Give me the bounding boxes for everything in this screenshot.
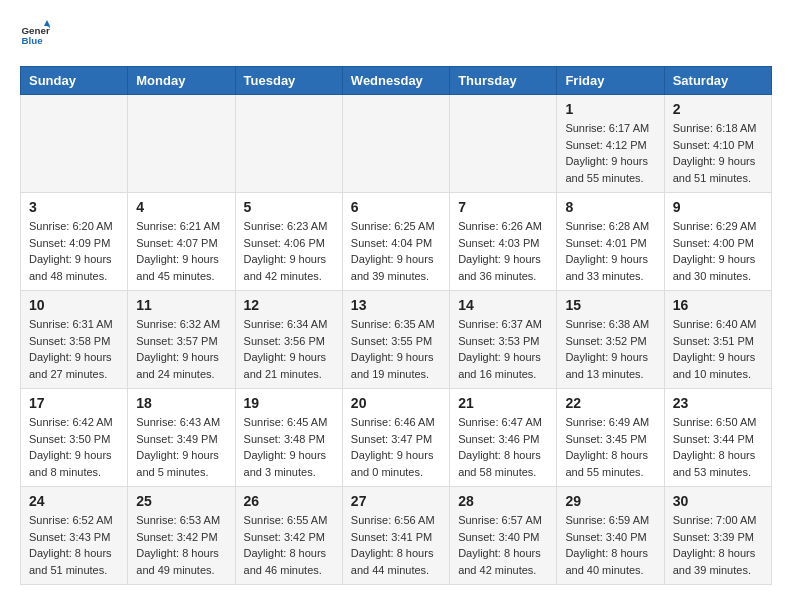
- day-info: Sunrise: 6:37 AMSunset: 3:53 PMDaylight:…: [458, 316, 548, 382]
- header-row: SundayMondayTuesdayWednesdayThursdayFrid…: [21, 67, 772, 95]
- calendar-cell: 16Sunrise: 6:40 AMSunset: 3:51 PMDayligh…: [664, 291, 771, 389]
- calendar-cell: 9Sunrise: 6:29 AMSunset: 4:00 PMDaylight…: [664, 193, 771, 291]
- calendar-header: SundayMondayTuesdayWednesdayThursdayFrid…: [21, 67, 772, 95]
- calendar-body: 1Sunrise: 6:17 AMSunset: 4:12 PMDaylight…: [21, 95, 772, 585]
- calendar-cell: 12Sunrise: 6:34 AMSunset: 3:56 PMDayligh…: [235, 291, 342, 389]
- day-info: Sunrise: 6:32 AMSunset: 3:57 PMDaylight:…: [136, 316, 226, 382]
- day-info: Sunrise: 6:55 AMSunset: 3:42 PMDaylight:…: [244, 512, 334, 578]
- week-row-2: 3Sunrise: 6:20 AMSunset: 4:09 PMDaylight…: [21, 193, 772, 291]
- calendar-table: SundayMondayTuesdayWednesdayThursdayFrid…: [20, 66, 772, 585]
- calendar-cell: 15Sunrise: 6:38 AMSunset: 3:52 PMDayligh…: [557, 291, 664, 389]
- day-info: Sunrise: 6:34 AMSunset: 3:56 PMDaylight:…: [244, 316, 334, 382]
- calendar-cell: 25Sunrise: 6:53 AMSunset: 3:42 PMDayligh…: [128, 487, 235, 585]
- day-number: 9: [673, 199, 763, 215]
- calendar-cell: 6Sunrise: 6:25 AMSunset: 4:04 PMDaylight…: [342, 193, 449, 291]
- calendar-cell: 26Sunrise: 6:55 AMSunset: 3:42 PMDayligh…: [235, 487, 342, 585]
- day-info: Sunrise: 6:21 AMSunset: 4:07 PMDaylight:…: [136, 218, 226, 284]
- day-number: 8: [565, 199, 655, 215]
- header-day-wednesday: Wednesday: [342, 67, 449, 95]
- header-day-monday: Monday: [128, 67, 235, 95]
- day-info: Sunrise: 6:17 AMSunset: 4:12 PMDaylight:…: [565, 120, 655, 186]
- svg-text:Blue: Blue: [22, 35, 44, 46]
- week-row-1: 1Sunrise: 6:17 AMSunset: 4:12 PMDaylight…: [21, 95, 772, 193]
- calendar-cell: 20Sunrise: 6:46 AMSunset: 3:47 PMDayligh…: [342, 389, 449, 487]
- calendar-cell: 8Sunrise: 6:28 AMSunset: 4:01 PMDaylight…: [557, 193, 664, 291]
- calendar-cell: 29Sunrise: 6:59 AMSunset: 3:40 PMDayligh…: [557, 487, 664, 585]
- calendar-cell: [342, 95, 449, 193]
- day-number: 12: [244, 297, 334, 313]
- calendar-cell: 28Sunrise: 6:57 AMSunset: 3:40 PMDayligh…: [450, 487, 557, 585]
- day-number: 1: [565, 101, 655, 117]
- day-number: 7: [458, 199, 548, 215]
- day-info: Sunrise: 6:25 AMSunset: 4:04 PMDaylight:…: [351, 218, 441, 284]
- day-number: 28: [458, 493, 548, 509]
- day-info: Sunrise: 6:28 AMSunset: 4:01 PMDaylight:…: [565, 218, 655, 284]
- day-number: 4: [136, 199, 226, 215]
- day-info: Sunrise: 6:42 AMSunset: 3:50 PMDaylight:…: [29, 414, 119, 480]
- calendar-cell: [21, 95, 128, 193]
- calendar-cell: 22Sunrise: 6:49 AMSunset: 3:45 PMDayligh…: [557, 389, 664, 487]
- day-number: 5: [244, 199, 334, 215]
- day-number: 10: [29, 297, 119, 313]
- day-number: 24: [29, 493, 119, 509]
- day-info: Sunrise: 6:40 AMSunset: 3:51 PMDaylight:…: [673, 316, 763, 382]
- calendar-cell: [450, 95, 557, 193]
- day-number: 25: [136, 493, 226, 509]
- day-number: 29: [565, 493, 655, 509]
- day-info: Sunrise: 6:38 AMSunset: 3:52 PMDaylight:…: [565, 316, 655, 382]
- calendar-cell: 23Sunrise: 6:50 AMSunset: 3:44 PMDayligh…: [664, 389, 771, 487]
- calendar-cell: 13Sunrise: 6:35 AMSunset: 3:55 PMDayligh…: [342, 291, 449, 389]
- calendar-cell: [235, 95, 342, 193]
- calendar-cell: 2Sunrise: 6:18 AMSunset: 4:10 PMDaylight…: [664, 95, 771, 193]
- calendar-cell: 1Sunrise: 6:17 AMSunset: 4:12 PMDaylight…: [557, 95, 664, 193]
- calendar-cell: 17Sunrise: 6:42 AMSunset: 3:50 PMDayligh…: [21, 389, 128, 487]
- day-number: 14: [458, 297, 548, 313]
- svg-text:General: General: [22, 25, 51, 36]
- day-info: Sunrise: 6:31 AMSunset: 3:58 PMDaylight:…: [29, 316, 119, 382]
- day-info: Sunrise: 6:26 AMSunset: 4:03 PMDaylight:…: [458, 218, 548, 284]
- svg-marker-2: [44, 20, 50, 26]
- header-day-thursday: Thursday: [450, 67, 557, 95]
- day-number: 13: [351, 297, 441, 313]
- header-day-sunday: Sunday: [21, 67, 128, 95]
- day-info: Sunrise: 6:50 AMSunset: 3:44 PMDaylight:…: [673, 414, 763, 480]
- day-number: 3: [29, 199, 119, 215]
- day-number: 30: [673, 493, 763, 509]
- day-number: 6: [351, 199, 441, 215]
- header-day-saturday: Saturday: [664, 67, 771, 95]
- week-row-4: 17Sunrise: 6:42 AMSunset: 3:50 PMDayligh…: [21, 389, 772, 487]
- day-number: 18: [136, 395, 226, 411]
- day-number: 15: [565, 297, 655, 313]
- calendar-cell: 10Sunrise: 6:31 AMSunset: 3:58 PMDayligh…: [21, 291, 128, 389]
- day-info: Sunrise: 6:52 AMSunset: 3:43 PMDaylight:…: [29, 512, 119, 578]
- calendar-cell: [128, 95, 235, 193]
- day-number: 16: [673, 297, 763, 313]
- calendar-cell: 24Sunrise: 6:52 AMSunset: 3:43 PMDayligh…: [21, 487, 128, 585]
- day-info: Sunrise: 6:56 AMSunset: 3:41 PMDaylight:…: [351, 512, 441, 578]
- day-number: 19: [244, 395, 334, 411]
- logo: General Blue: [20, 20, 54, 50]
- day-number: 17: [29, 395, 119, 411]
- day-number: 22: [565, 395, 655, 411]
- day-info: Sunrise: 7:00 AMSunset: 3:39 PMDaylight:…: [673, 512, 763, 578]
- header-day-tuesday: Tuesday: [235, 67, 342, 95]
- logo-icon: General Blue: [20, 20, 50, 50]
- day-info: Sunrise: 6:18 AMSunset: 4:10 PMDaylight:…: [673, 120, 763, 186]
- calendar-cell: 21Sunrise: 6:47 AMSunset: 3:46 PMDayligh…: [450, 389, 557, 487]
- week-row-3: 10Sunrise: 6:31 AMSunset: 3:58 PMDayligh…: [21, 291, 772, 389]
- day-info: Sunrise: 6:53 AMSunset: 3:42 PMDaylight:…: [136, 512, 226, 578]
- day-info: Sunrise: 6:49 AMSunset: 3:45 PMDaylight:…: [565, 414, 655, 480]
- calendar-cell: 30Sunrise: 7:00 AMSunset: 3:39 PMDayligh…: [664, 487, 771, 585]
- day-info: Sunrise: 6:46 AMSunset: 3:47 PMDaylight:…: [351, 414, 441, 480]
- header: General Blue: [20, 20, 772, 50]
- day-number: 23: [673, 395, 763, 411]
- day-info: Sunrise: 6:59 AMSunset: 3:40 PMDaylight:…: [565, 512, 655, 578]
- header-day-friday: Friday: [557, 67, 664, 95]
- week-row-5: 24Sunrise: 6:52 AMSunset: 3:43 PMDayligh…: [21, 487, 772, 585]
- calendar-cell: 5Sunrise: 6:23 AMSunset: 4:06 PMDaylight…: [235, 193, 342, 291]
- day-info: Sunrise: 6:23 AMSunset: 4:06 PMDaylight:…: [244, 218, 334, 284]
- day-number: 26: [244, 493, 334, 509]
- day-info: Sunrise: 6:47 AMSunset: 3:46 PMDaylight:…: [458, 414, 548, 480]
- calendar-cell: 18Sunrise: 6:43 AMSunset: 3:49 PMDayligh…: [128, 389, 235, 487]
- day-number: 2: [673, 101, 763, 117]
